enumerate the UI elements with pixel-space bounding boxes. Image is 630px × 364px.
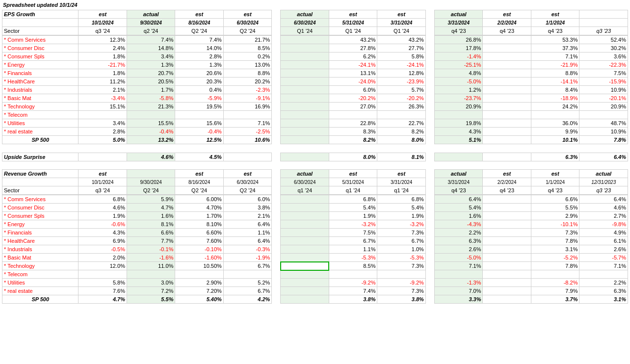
sector-label: * real estate (2, 128, 79, 136)
data-cell: 27.8% (329, 44, 377, 52)
data-cell: 7.5% (579, 69, 628, 78)
eps-growth-table: EPS Growth est actual est est actual est… (2, 10, 628, 35)
data-cell: 13.2% (127, 136, 175, 144)
data-cell: 5.2% (223, 279, 271, 287)
rev-header-cell: actual (579, 170, 628, 178)
data-cell: -15.9% (579, 78, 628, 86)
data-cell: 2.8% (175, 52, 223, 61)
rev-quarter-cell: Q2 '24 (127, 186, 175, 195)
data-row: * Industrials-0.5%-0.1%-0.10%-0.3%1.1%1.… (2, 245, 628, 254)
date-10: 1/1/2024 (531, 19, 579, 27)
data-cell (329, 111, 377, 119)
data-cell: 4.3% (79, 229, 127, 237)
data-cell (281, 287, 329, 295)
rev-date-cell: 5/31/2024 (329, 178, 377, 186)
rev-date-cell: 6/30/2024 (281, 178, 329, 186)
data-cell: -5.2% (531, 254, 579, 262)
data-cell: 12.8% (377, 69, 425, 78)
data-cell: 6.3% (435, 237, 483, 245)
data-cell: 1.3% (127, 61, 175, 69)
data-cell: -0.3% (223, 245, 271, 254)
rev-header-container: Revenue Growthestestestactualestestactua… (2, 169, 628, 195)
data-cell: 8.10% (175, 220, 223, 229)
rev-date-cell: 3/31/2024 (377, 178, 425, 186)
date-8: 3/31/2024 (435, 19, 483, 27)
rev-date-cell (2, 178, 79, 186)
q-1: q3 '24 (79, 27, 127, 35)
rev-header-cell: Revenue Growth (2, 170, 79, 178)
data-cell: 1.8% (79, 52, 127, 61)
sector-label: * Telecom (2, 270, 79, 279)
date-5: 6/30/2024 (281, 19, 329, 27)
data-cell (281, 279, 329, 287)
data-cell: 6.0% (223, 195, 271, 204)
upside-cell: 8.1% (377, 153, 425, 161)
data-cell: -0.6% (79, 220, 127, 229)
data-row: * Utilities3.4%15.5%15.6%7.1%22.8%22.7%1… (2, 119, 628, 128)
data-cell (483, 212, 531, 220)
upside-cell: 6.4% (579, 153, 628, 161)
data-cell: -3.4% (79, 94, 127, 103)
data-cell: 19.5% (175, 103, 223, 111)
data-cell: 6.9% (79, 237, 127, 245)
data-cell: 6.1% (579, 237, 628, 245)
rev-header-cell: est (79, 170, 127, 178)
data-cell: 2.1% (223, 212, 271, 220)
q-10: q4 '23 (531, 27, 579, 35)
data-cell: 8.4% (531, 86, 579, 94)
data-cell (281, 245, 329, 254)
data-cell: 10.9% (579, 86, 628, 94)
sector-label: * Consumer Disc (2, 44, 79, 52)
sector-label: * real estate (2, 287, 79, 295)
data-row: * Technology15.1%21.3%19.5%16.9%27.0%26.… (2, 103, 628, 111)
rev-date-cell: 2/2/2024 (483, 178, 531, 186)
upside-container: Upside Surprise4.6%4.5%8.0%8.1%6.3%6.4% (2, 144, 628, 169)
data-cell: 20.7% (127, 69, 175, 78)
data-cell: 2.4% (79, 44, 127, 52)
data-cell: 12.5% (175, 136, 223, 144)
data-cell: 21.3% (127, 103, 175, 111)
sector-label: * Consumer Disc (2, 204, 79, 212)
data-cell: 26.3% (377, 103, 425, 111)
data-cell (281, 212, 329, 220)
data-cell: -9.2% (329, 279, 377, 287)
data-cell (281, 254, 329, 262)
data-cell (127, 111, 175, 119)
upside-cell: 4.6% (127, 153, 175, 161)
data-cell: 3.4% (127, 52, 175, 61)
sector-label: SP 500 (2, 136, 79, 144)
data-cell (483, 204, 531, 212)
q-4: Q2 '24 (223, 27, 271, 35)
sector-label: * Industrials (2, 245, 79, 254)
sector-label: * Basic Mat (2, 254, 79, 262)
data-cell: -21.7% (79, 61, 127, 69)
rev-date-cell (272, 178, 281, 186)
data-row: * HealthCare6.9%7.7%7.60%6.4%6.7%6.7%6.3… (2, 237, 628, 245)
data-cell (483, 36, 531, 44)
data-cell: 37.3% (531, 44, 579, 52)
spacer-2b (425, 19, 434, 27)
data-cell: 8.1% (127, 220, 175, 229)
data-cell: -5.7% (579, 254, 628, 262)
data-cell: 2.7% (579, 212, 628, 220)
data-cell: 14.0% (175, 44, 223, 52)
data-cell: 6.4% (223, 220, 271, 229)
date-2: 9/30/2024 (127, 19, 175, 27)
data-cell (175, 111, 223, 119)
data-cell: 1.7% (127, 86, 175, 94)
rev-header-cell: est (531, 170, 579, 178)
date-6: 5/31/2024 (329, 19, 377, 27)
data-cell: 5.40% (175, 295, 223, 304)
data-cell: 7.6% (79, 287, 127, 295)
data-cell (281, 295, 329, 304)
data-cell (483, 94, 531, 103)
sector-label: * Consumer Spls (2, 212, 79, 220)
upside-row: Upside Surprise4.6%4.5%8.0%8.1%6.3%6.4% (2, 153, 628, 161)
rev-date-cell: 10/1/2024 (79, 178, 127, 186)
sector-label: * Energy (2, 61, 79, 69)
data-cell: -5.3% (329, 254, 377, 262)
data-cell: -22.3% (579, 61, 628, 69)
data-cell: -20.1% (579, 94, 628, 103)
date-3: 8/16/2024 (175, 19, 223, 27)
data-row: * Consumer Disc2.4%14.8%14.0%8.5%27.8%27… (2, 44, 628, 52)
